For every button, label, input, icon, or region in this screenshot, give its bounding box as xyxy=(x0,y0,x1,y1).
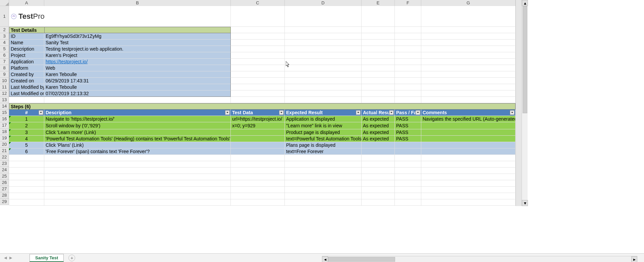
scroll-up-button[interactable]: ▴ xyxy=(522,0,528,6)
row-header-5[interactable]: 5 xyxy=(0,46,9,52)
row-header-21[interactable]: 21 xyxy=(0,148,9,154)
step-testdata[interactable] xyxy=(231,129,285,136)
vertical-scroll-thumb[interactable] xyxy=(523,6,527,113)
row-header-22[interactable]: 22 xyxy=(0,154,9,160)
step-testdata[interactable]: x=0; y=929 xyxy=(231,122,285,129)
step-expected[interactable]: "Learn more" link is in view xyxy=(285,122,362,129)
row-header-25[interactable]: 25 xyxy=(0,173,9,180)
step-comments[interactable] xyxy=(421,129,516,136)
step-comments[interactable] xyxy=(421,142,516,148)
row-header-3[interactable]: 3 xyxy=(0,33,9,40)
sheet-tab-active[interactable]: Sanity Test xyxy=(30,254,64,262)
step-comments[interactable]: Navigates the specified URL (Auto-genera… xyxy=(421,116,516,122)
step-actual[interactable] xyxy=(362,148,395,155)
row-header-6[interactable]: 6 xyxy=(0,52,9,59)
col-header-E[interactable]: E xyxy=(362,0,395,6)
row-header-11[interactable]: 11 xyxy=(0,84,9,90)
col-header-G[interactable]: G xyxy=(421,0,516,6)
row-header-7[interactable]: 7 xyxy=(0,59,9,65)
scroll-right-button[interactable]: ▸ xyxy=(631,256,637,262)
step-passfail[interactable]: PASS xyxy=(395,116,421,122)
detail-link[interactable]: https://testproject.io/ xyxy=(46,59,88,65)
step-passfail[interactable] xyxy=(395,148,421,155)
step-passfail[interactable]: PASS xyxy=(395,129,421,136)
step-expected[interactable]: Application is displayed xyxy=(285,116,362,122)
tab-next-icon[interactable]: ▶ xyxy=(9,256,12,260)
step-description[interactable]: Scroll window by ('0','929') xyxy=(44,122,231,129)
row-header-27[interactable]: 27 xyxy=(0,186,9,192)
row-header-26[interactable]: 26 xyxy=(0,180,9,186)
filter-dropdown-icon[interactable] xyxy=(356,110,361,115)
row-header-16[interactable]: 16 xyxy=(0,116,9,122)
col-header-F[interactable]: F xyxy=(395,0,421,6)
horizontal-scroll-thumb[interactable] xyxy=(328,257,395,262)
tab-prev-icon[interactable]: ◀ xyxy=(4,256,7,260)
row-header-13[interactable]: 13 xyxy=(0,97,9,103)
step-number[interactable]: 1 xyxy=(9,116,44,122)
row-header-19[interactable]: 19 xyxy=(0,135,9,141)
step-actual[interactable]: As expected xyxy=(362,116,395,122)
vertical-scrollbar[interactable]: ▴ ▾ xyxy=(522,0,528,206)
scroll-down-button[interactable]: ▾ xyxy=(522,200,528,206)
row-header-14[interactable]: 14 xyxy=(0,103,9,110)
step-number[interactable]: 2 xyxy=(9,122,44,129)
step-actual[interactable]: As expected xyxy=(362,122,395,129)
col-header-C[interactable]: C xyxy=(231,0,285,6)
step-description[interactable]: Navigate to 'https://testproject.io/' xyxy=(44,116,231,122)
step-passfail[interactable]: PASS xyxy=(395,122,421,129)
step-testdata[interactable]: url=https://testproject.io/ xyxy=(231,116,285,122)
step-testdata[interactable] xyxy=(231,148,285,155)
row-header-28[interactable]: 28 xyxy=(0,192,9,199)
row-header-8[interactable]: 8 xyxy=(0,65,9,71)
step-testdata[interactable] xyxy=(231,136,285,142)
row-header-18[interactable]: 18 xyxy=(0,129,9,135)
row-header-15[interactable]: 15 xyxy=(0,110,9,116)
row-header-20[interactable]: 20 xyxy=(0,141,9,148)
row-header-29[interactable]: 29 xyxy=(0,199,9,205)
step-description[interactable]: 'Powerful Test Automation Tools' (Headin… xyxy=(44,136,231,142)
row-header-10[interactable]: 10 xyxy=(0,78,9,84)
filter-dropdown-icon[interactable] xyxy=(225,110,230,115)
step-testdata[interactable] xyxy=(231,142,285,148)
row-header-17[interactable]: 17 xyxy=(0,122,9,129)
step-description[interactable]: 'Free Forever' (span) contains text 'Fre… xyxy=(44,148,231,155)
filter-dropdown-icon[interactable] xyxy=(39,110,43,115)
step-passfail[interactable]: PASS xyxy=(395,136,421,142)
step-number[interactable]: 3 xyxy=(9,129,44,136)
scroll-left-button[interactable]: ◂ xyxy=(322,256,328,262)
row-header-23[interactable]: 23 xyxy=(0,160,9,167)
filter-dropdown-icon[interactable] xyxy=(389,110,394,115)
step-description[interactable]: Click 'Plans' (Link) xyxy=(44,142,231,148)
filter-dropdown-icon[interactable] xyxy=(510,110,515,115)
step-number[interactable]: 6 xyxy=(9,148,44,155)
step-comments[interactable] xyxy=(421,136,516,142)
step-expected[interactable]: Plans page is displayed xyxy=(285,142,362,148)
row-header-9[interactable]: 9 xyxy=(0,71,9,78)
select-all-corner[interactable] xyxy=(0,0,9,6)
tab-navigation[interactable]: ◀ ▶ xyxy=(0,256,27,260)
step-expected[interactable]: text=Free Forever xyxy=(285,148,362,155)
row-header-4[interactable]: 4 xyxy=(0,40,9,46)
step-passfail[interactable] xyxy=(395,142,421,148)
step-actual[interactable] xyxy=(362,142,395,148)
horizontal-scrollbar[interactable]: ◂ ▸ xyxy=(322,256,637,262)
filter-dropdown-icon[interactable] xyxy=(416,110,420,115)
row-header-12[interactable]: 12 xyxy=(0,90,9,97)
step-actual[interactable]: As expected xyxy=(362,129,395,136)
step-comments[interactable] xyxy=(421,122,516,129)
step-number[interactable]: 5 xyxy=(9,142,44,148)
row-header-24[interactable]: 24 xyxy=(0,167,9,173)
step-expected[interactable]: Product page is displayed xyxy=(285,129,362,136)
row-header-1[interactable]: 1 xyxy=(0,6,9,27)
col-header-B[interactable]: B xyxy=(44,0,231,6)
step-expected[interactable]: text=Powerful Test Automation Tools xyxy=(285,136,362,142)
col-header-A[interactable]: A xyxy=(9,0,44,6)
step-number[interactable]: 4 xyxy=(9,136,44,142)
row-header-2[interactable]: 2 xyxy=(0,27,9,33)
step-actual[interactable]: As expected xyxy=(362,136,395,142)
step-comments[interactable] xyxy=(421,148,516,155)
filter-dropdown-icon[interactable] xyxy=(279,110,284,115)
add-sheet-button[interactable]: + xyxy=(68,255,75,261)
step-description[interactable]: Click 'Learn more' (Link) xyxy=(44,129,231,136)
col-header-D[interactable]: D xyxy=(285,0,362,6)
